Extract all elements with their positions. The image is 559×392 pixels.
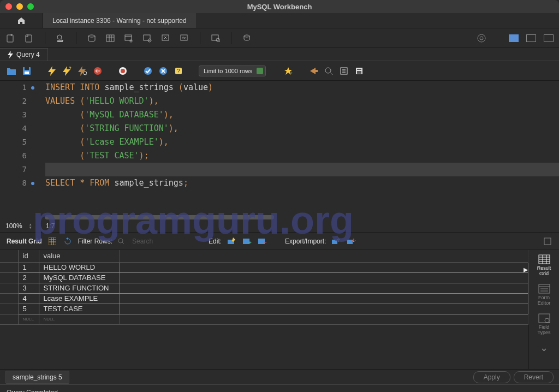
table-row[interactable]: 3STRING FUNCTION: [0, 283, 528, 293]
svg-rect-33: [357, 71, 361, 74]
svg-text:−: −: [264, 240, 267, 245]
home-tab[interactable]: [0, 13, 43, 28]
connection-tabbar: Local instance 3306 - Warning - not supp…: [0, 13, 559, 28]
panel-toggle-mid[interactable]: [526, 34, 536, 42]
table-row[interactable]: 5TEST CASE: [0, 304, 528, 314]
window-close-button[interactable]: [5, 3, 12, 10]
open-sql-script-button[interactable]: [24, 33, 35, 44]
titlebar: MySQL Workbench: [0, 0, 559, 13]
main-toolbar: fx: [0, 28, 559, 48]
panel-toggle-right[interactable]: [544, 34, 554, 42]
svg-rect-41: [332, 240, 337, 244]
form-icon: [538, 284, 550, 294]
collapse-arrow-icon[interactable]: ▸: [524, 264, 528, 275]
apply-button[interactable]: Apply: [473, 371, 510, 383]
svg-point-16: [480, 37, 483, 40]
connection-tab[interactable]: Local instance 3306 - Warning - not supp…: [43, 13, 197, 28]
db-proc-button[interactable]: [160, 33, 171, 44]
result-table[interactable]: idvalue1HELLO WORLD2MySQL DATABASE3STRIN…: [0, 250, 528, 325]
limit-rows-label: Limit to 1000 rows: [204, 68, 252, 74]
wrap-cell-button[interactable]: [543, 236, 552, 246]
revert-button[interactable]: Revert: [514, 371, 554, 383]
stop-button[interactable]: [93, 66, 103, 76]
query-tabbar: Query 4: [0, 48, 559, 61]
table-header[interactable]: value: [39, 250, 120, 262]
svg-rect-0: [7, 35, 13, 42]
cursor-position: 1:7: [46, 222, 55, 230]
export-button[interactable]: [331, 236, 341, 246]
invisible-chars-button[interactable]: [324, 66, 334, 76]
result-set-tab[interactable]: sample_strings 5: [5, 371, 69, 384]
table-row[interactable]: 4Lcase EXAMPLE: [0, 293, 528, 304]
reconnect-button[interactable]: [241, 33, 252, 44]
db-func-button[interactable]: fx: [179, 33, 190, 44]
field-types-tab-label: Field Types: [537, 324, 550, 335]
chevron-down-icon[interactable]: ⌄: [540, 342, 548, 354]
status-bar: Query Completed: [0, 384, 559, 392]
horizontal-scrollbar[interactable]: [45, 215, 274, 219]
filter-rows-input[interactable]: [130, 236, 185, 246]
editor-code[interactable]: INSERT INTO sample_strings (value)VALUES…: [30, 81, 559, 219]
svg-rect-5: [106, 35, 114, 41]
delete-row-button[interactable]: −: [258, 236, 267, 246]
find-button[interactable]: [308, 66, 318, 76]
toggle-autocommit-button[interactable]: [118, 66, 128, 76]
settings-icon[interactable]: [476, 33, 487, 44]
commit-button[interactable]: [143, 66, 153, 76]
svg-text:+: +: [248, 240, 252, 245]
import-button[interactable]: [347, 236, 356, 246]
db-table-button[interactable]: [105, 33, 116, 44]
export-import-label: Export/Import:: [285, 237, 326, 245]
rollback-button[interactable]: [158, 66, 168, 76]
zoom-stepper[interactable]: ▲▼: [29, 223, 32, 229]
table-header[interactable]: [0, 250, 18, 262]
query-tab[interactable]: Query 4: [0, 48, 48, 61]
bottom-tabbar: sample_strings 5 Apply Revert: [0, 369, 559, 384]
refresh-icon[interactable]: [63, 236, 73, 246]
db-view-button[interactable]: [142, 33, 153, 44]
table-row[interactable]: 2MySQL DATABASE: [0, 272, 528, 283]
table-row-null[interactable]: NULLNULL: [0, 314, 528, 324]
new-sql-tab-button[interactable]: [5, 33, 16, 44]
beautify-button[interactable]: +: [283, 66, 293, 76]
edit-label: Edit:: [209, 237, 222, 245]
toggle-safemode-button[interactable]: ?: [174, 66, 183, 76]
result-grid-tab-label: Result Grid: [537, 265, 551, 276]
table-header[interactable]: id: [18, 250, 39, 262]
execute-button[interactable]: [47, 66, 57, 76]
svg-rect-3: [57, 40, 63, 42]
svg-point-24: [144, 67, 152, 75]
connection-tab-label: Local instance 3306 - Warning - not supp…: [52, 17, 187, 25]
save-file-button[interactable]: [22, 66, 32, 76]
open-file-button[interactable]: [7, 66, 16, 76]
window-minimize-button[interactable]: [16, 3, 23, 10]
sql-editor[interactable]: 12345678 INSERT INTO sample_strings (val…: [0, 81, 559, 219]
form-editor-tab[interactable]: Form Editor: [529, 282, 559, 308]
add-row-button[interactable]: +: [242, 236, 252, 246]
result-grid-tab[interactable]: Result Grid: [529, 252, 559, 278]
svg-point-35: [118, 239, 123, 243]
grid-view-icon[interactable]: [47, 236, 57, 246]
svg-rect-34: [49, 237, 56, 245]
svg-point-29: [325, 68, 331, 73]
limit-rows-select[interactable]: Limit to 1000 rows: [199, 66, 266, 76]
field-types-tab[interactable]: Field Types: [529, 311, 559, 337]
svg-rect-1: [26, 35, 32, 42]
edit-row-button[interactable]: [227, 236, 237, 246]
svg-rect-42: [347, 240, 353, 244]
editor-gutter: 12345678: [0, 81, 30, 219]
snippets-button[interactable]: [354, 66, 364, 76]
panel-toggle-left[interactable]: [509, 34, 519, 42]
table-row[interactable]: 1HELLO WORLD: [0, 262, 528, 272]
inspector-button[interactable]: [55, 33, 66, 44]
window-title: MySQL Workbench: [247, 3, 312, 11]
db-schema-button[interactable]: [86, 33, 97, 44]
result-grid[interactable]: idvalue1HELLO WORLD2MySQL DATABASE3STRIN…: [0, 250, 528, 369]
wrap-button[interactable]: [339, 66, 349, 76]
execute-current-button[interactable]: [62, 66, 72, 76]
search-table-button[interactable]: [210, 33, 221, 44]
window-maximize-button[interactable]: [27, 3, 34, 10]
db-add-table-button[interactable]: [123, 33, 134, 44]
explain-button[interactable]: [78, 66, 87, 76]
svg-rect-6: [125, 35, 132, 40]
